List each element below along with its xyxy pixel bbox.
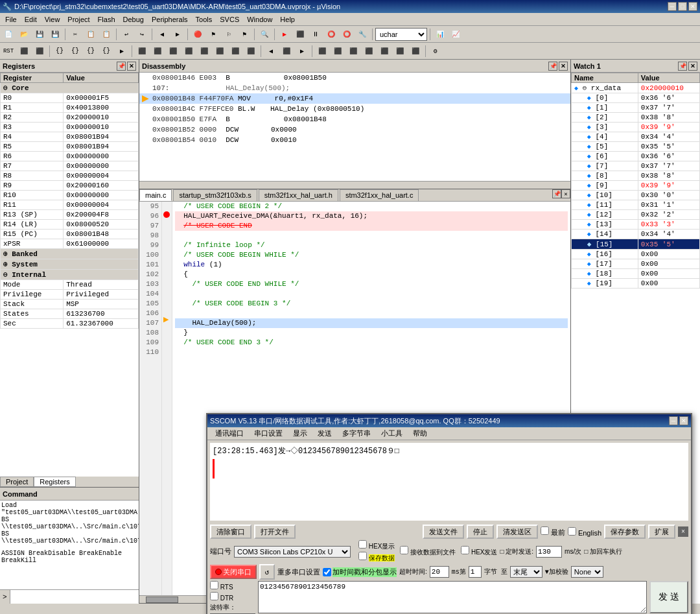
paste-btn[interactable]: 📋 [99,27,113,41]
copy-btn[interactable]: 📋 [84,27,98,41]
table-row[interactable]: R70x00000000 [1,161,139,171]
watch-row-16[interactable]: ◆ [16] 0x00 [572,250,700,259]
sscom-send-input[interactable]: 01234567890123456789 [258,581,647,613]
menu-peripherals[interactable]: Peripherals [148,14,192,25]
tb2-17[interactable]: ⬛ [279,44,294,58]
save-all-btn[interactable]: 💾 [48,27,62,41]
tb2-3[interactable]: {} [52,44,67,58]
debug-misc[interactable]: 🔧 [355,27,369,41]
table-row[interactable]: ModeThread [1,280,139,290]
bp2-btn[interactable]: ⚑ [206,27,220,41]
tb2-8[interactable]: ⬛ [135,44,149,58]
sscom-timestamp-check[interactable] [323,568,331,576]
reg-core-group[interactable]: ⊖ Core [1,83,139,93]
tb2-21[interactable]: ⬛ [346,44,360,58]
find-btn[interactable]: 🔍 [257,27,272,41]
menu-debug[interactable]: Debug [119,14,148,25]
redo-btn[interactable]: ↪ [135,27,149,41]
tb2-10[interactable]: ⬛ [166,44,180,58]
sscom-timeout-input[interactable] [430,566,449,578]
tb2-6[interactable]: {} [99,44,113,58]
menu-help[interactable]: Help [276,14,299,25]
sscom-rts-check[interactable] [210,581,218,589]
debug-pause[interactable]: ⏸ [309,27,323,41]
table-row[interactable]: xPSR0x61000000 [1,239,139,249]
new-btn[interactable]: 📄 [1,27,16,41]
tb2-14[interactable]: ⬛ [228,44,242,58]
table-row[interactable]: PrivilegePrivileged [1,290,139,300]
tb2-20[interactable]: ⬛ [331,44,345,58]
sscom-hex-display-check[interactable] [358,540,367,549]
debug-stop[interactable]: ⬛ [293,27,307,41]
watch-row-9[interactable]: ◆ [9] 0x39 '9' [572,181,700,191]
watch-row-7[interactable]: ◆ [7] 0x37 '7' [572,161,700,171]
debug-start[interactable]: ▶ [277,27,292,41]
sscom-prev-check[interactable] [541,526,549,535]
sscom-close-btn[interactable]: ✕ [679,416,688,425]
table-row[interactable]: R110x00000004 [1,200,139,210]
sscom-close-port-btn[interactable]: 关闭串口 [210,565,257,579]
watch-close-btn[interactable]: ✕ [688,62,697,71]
watch-row-6[interactable]: ◆ [6] 0x36 '6' [572,152,700,161]
table-row[interactable]: R50x08001B94 [1,142,139,152]
tb2-2[interactable]: ⬛ [32,44,47,58]
table-row[interactable]: R13 (SP)0x200004F8 [1,210,139,220]
code-close-btn[interactable]: ✕ [561,189,570,198]
sscom-send-button[interactable]: 发 送 [649,581,688,613]
sscom-min-btn[interactable]: ─ [669,416,678,425]
watch-row-18[interactable]: ◆ [18] 0x00 [572,269,700,279]
bp4-btn[interactable]: ⚑ [237,27,251,41]
table-row[interactable]: R60x00000000 [1,152,139,161]
tab-main-c[interactable]: main.c [139,189,172,201]
rst-btn[interactable]: RST [1,44,16,58]
sscom-x-btn[interactable]: × [678,526,688,537]
tb2-11[interactable]: ⬛ [181,44,196,58]
tb2-19[interactable]: ⬛ [315,44,329,58]
tb2-23[interactable]: ⬛ [377,44,391,58]
sscom-save-data-check[interactable] [358,552,367,560]
cut-btn[interactable]: ✂ [68,27,82,41]
watch-row-0[interactable]: ◆ [0] 0x36 '6' [572,93,700,103]
tab-hal-uart-h[interactable]: stm32f1xx_hal_uart.h [259,189,338,201]
disasm-pin-btn[interactable]: 📌 [548,62,557,71]
table-row[interactable]: States613236700 [1,309,139,319]
watch-row-10[interactable]: ◆ [10] 0x30 '0' [572,191,700,200]
menu-svcs[interactable]: SVCS [216,14,243,25]
tb2-7[interactable]: ▶ [115,44,129,58]
sscom-checksum-select[interactable]: None [571,566,603,578]
sscom-menu-send[interactable]: 发送 [312,427,337,440]
table-row[interactable]: R10x40013800 [1,103,139,113]
menu-edit[interactable]: Edit [21,14,41,25]
tb2-4[interactable]: {} [68,44,82,58]
reg-pin-btn[interactable]: 📌 [117,62,126,71]
tb2-1[interactable]: ⬛ [17,44,31,58]
undo-btn[interactable]: ↩ [119,27,134,41]
watch-row-19[interactable]: ◆ [19] 0x00 [572,279,700,289]
menu-flash[interactable]: Flash [94,14,119,25]
sscom-timed-input[interactable] [536,546,562,558]
watch-row-3[interactable]: ◆ [3] 0x39 '9' [572,123,700,132]
tab-registers[interactable]: Registers [34,477,75,487]
tb2-25[interactable]: ⬛ [408,44,423,58]
sscom-menu-help[interactable]: 帮助 [408,427,432,440]
sscom-end-select[interactable]: 末尾 [510,566,542,578]
close-button[interactable]: ✕ [688,2,697,11]
table-row[interactable]: R30x00000010 [1,123,139,132]
table-row[interactable]: R20x20000010 [1,113,139,123]
menu-project[interactable]: Project [64,14,93,25]
tab-hal-uart-c[interactable]: stm32f1xx_hal_uart.c [340,189,419,201]
disasm-close-btn[interactable]: ✕ [559,62,568,71]
disasm-hscroll[interactable] [139,181,570,189]
code-pin-btn[interactable]: 📌 [552,189,561,198]
watch-row-5[interactable]: ◆ [5] 0x35 '5' [572,142,700,152]
save-btn[interactable]: 💾 [32,27,47,41]
watch-row-2[interactable]: ◆ [2] 0x38 '8' [572,113,700,123]
tab-startup[interactable]: startup_stm32f103xb.s [173,189,257,201]
sscom-clear-send-btn[interactable]: 清发送区 [496,525,538,539]
reg-system-group[interactable]: ⊕ System [1,259,139,270]
watch-row-rxdata[interactable]: ◆ ⊖ rx_data 0x20000010 [572,83,700,93]
debug-circle2[interactable]: ⭕ [340,27,354,41]
table-row[interactable]: R80x00000004 [1,171,139,181]
watch-pin-btn[interactable]: 📌 [678,62,687,71]
maximize-button[interactable]: □ [678,2,687,11]
